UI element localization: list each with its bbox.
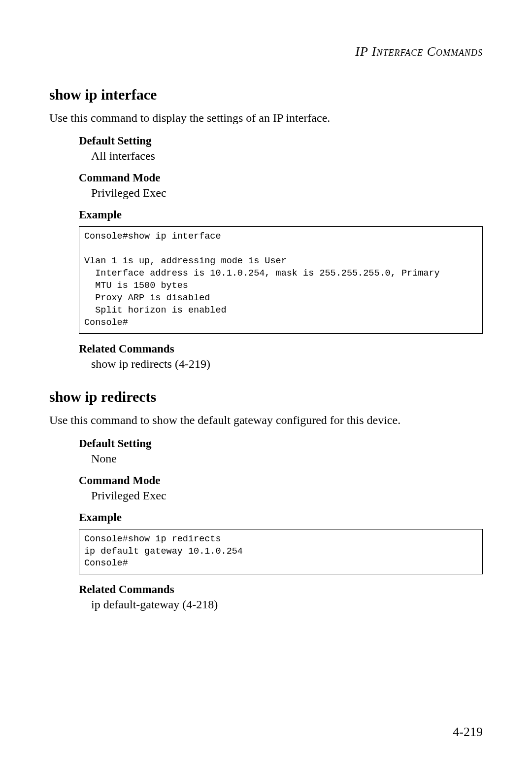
default-setting-label: Default Setting [79,135,483,147]
default-setting-value: All interfaces [91,149,483,163]
related-commands-value: ip default-gateway (4-218) [91,598,483,611]
command-mode-value: Privileged Exec [91,186,483,200]
command-mode-label: Command Mode [79,172,483,184]
section-description: Use this command to show the default gat… [49,412,483,428]
related-commands-value: show ip redirects (4-219) [91,357,483,371]
default-setting-label: Default Setting [79,437,483,450]
section-heading-show-ip-interface: show ip interface [49,86,483,103]
related-commands-label: Related Commands [79,343,483,355]
section-description: Use this command to display the settings… [49,110,483,126]
page-number: 4-219 [453,725,483,739]
command-mode-value: Privileged Exec [91,489,483,502]
running-header: IP Interface Commands [49,44,483,59]
page-container: IP Interface Commands show ip interface … [0,0,532,774]
command-mode-label: Command Mode [79,474,483,487]
default-setting-value: None [91,452,483,465]
example-code-block: Console#show ip interface Vlan 1 is up, … [79,226,483,334]
example-label: Example [79,209,483,221]
example-code-block: Console#show ip redirects ip default gat… [79,529,483,575]
example-label: Example [79,511,483,524]
section-heading-show-ip-redirects: show ip redirects [49,388,483,405]
related-commands-label: Related Commands [79,583,483,596]
